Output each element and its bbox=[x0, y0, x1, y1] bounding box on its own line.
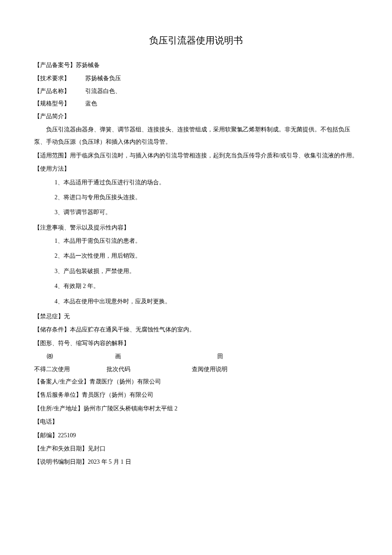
list-item: 3、产品包装破损，严禁使用。 bbox=[55, 265, 358, 277]
document-title: 负压引流器使用说明书 bbox=[34, 34, 358, 47]
compile-date-line: 【说明书编制日期】2023 年 5 月 1 日 bbox=[34, 456, 358, 468]
usage-label: 【使用方法】 bbox=[34, 163, 358, 175]
storage-line: 【储存条件】本品应贮存在通风干燥、无腐蚀性气体的室内。 bbox=[34, 323, 358, 336]
no-reuse-text: 不得二次使用 bbox=[34, 363, 107, 375]
intro-body: 负压引流器由器身、弹簧、调节器组、连接接头、连接管组成，采用软聚氯乙烯塑料制成。… bbox=[34, 123, 358, 148]
list-item: 3、调节调节器即可。 bbox=[55, 206, 358, 218]
spec-model-row: 【规格型号】 蓝色 bbox=[34, 97, 358, 110]
record-number-label: 【产品备案号】 bbox=[34, 62, 76, 68]
list-item: 2、本品一次性使用，用后销毁。 bbox=[55, 250, 358, 262]
consult-instructions-icon: 田 bbox=[192, 350, 277, 363]
symbol-text-row: 不得二次使用 批次代码 查阅使用说明 bbox=[34, 363, 358, 375]
tech-req-value: 苏扬械备负压 bbox=[85, 72, 121, 84]
caution-label: 【注意事项、警示以及提示性内容】 bbox=[34, 221, 358, 234]
batch-code-icon: 画 bbox=[107, 350, 192, 363]
company-line: 【备案人/生产企业】青晟医疗（扬州）有限公司 bbox=[34, 375, 358, 388]
contraindication-line: 【禁忌症】无 bbox=[34, 310, 358, 323]
product-name-value: 引流器白色、 bbox=[85, 85, 121, 97]
record-number-line: 【产品备案号】苏扬械备 bbox=[34, 59, 358, 71]
list-item: 4、本品在使用中出现意外时，应及时更换。 bbox=[55, 295, 358, 308]
address-line: 【住所/生产地址】扬州市广陵区头桥镇南华村太平组 2 bbox=[34, 402, 358, 415]
no-reuse-icon: ⑻ bbox=[34, 350, 107, 363]
product-name-row: 【产品名称】 引流器白色、 bbox=[34, 85, 358, 97]
spec-model-label: 【规格型号】 bbox=[34, 97, 85, 110]
usage-list: 1、本品适用于通过负压进行引流的场合。 2、将进口与专用负压接头连接。 3、调节… bbox=[34, 176, 358, 219]
symbol-label: 【图形、符号、缩写等内容的解释】 bbox=[34, 337, 358, 349]
caution-list: 1、本品用于需负压引流的患者。 2、本品一次性使用，用后销毁。 3、产品包装破损… bbox=[34, 235, 358, 308]
intro-label: 【产品简介】 bbox=[34, 110, 358, 122]
list-item: 4、有效期 2 年。 bbox=[55, 280, 358, 292]
batch-code-text: 批次代码 bbox=[107, 363, 192, 375]
product-name-label: 【产品名称】 bbox=[34, 85, 85, 97]
record-number-value: 苏扬械备 bbox=[76, 62, 100, 68]
phone-line: 【电话】 bbox=[34, 416, 358, 428]
consult-instructions-text: 查阅使用说明 bbox=[192, 363, 277, 375]
scope-line: 【适用范围】用于临床负压引流时，与插入体内的引流导管相连接，起到充当负压传导介质… bbox=[34, 149, 358, 162]
list-item: 1、本品适用于通过负压进行引流的场合。 bbox=[55, 176, 358, 189]
spec-model-value: 蓝色 bbox=[85, 97, 97, 110]
list-item: 2、将进口与专用负压接头连接。 bbox=[55, 191, 358, 203]
list-item: 1、本品用于需负压引流的患者。 bbox=[55, 235, 358, 247]
prod-date-line: 【生产和失效日期】见封口 bbox=[34, 442, 358, 455]
tech-req-row: 【技术要求】 苏扬械备负压 bbox=[34, 72, 358, 84]
postcode-line: 【邮编】225109 bbox=[34, 429, 358, 442]
tech-req-label: 【技术要求】 bbox=[34, 72, 85, 84]
symbol-icons-row: ⑻ 画 田 bbox=[34, 350, 358, 363]
service-line: 【售后服务单位】青员医疗（扬州）有限公司 bbox=[34, 389, 358, 401]
